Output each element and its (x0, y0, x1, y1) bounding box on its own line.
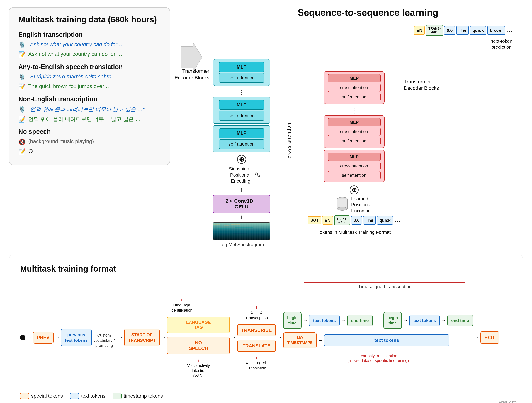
decoder-label: TransformerDecoder Blocks (404, 79, 447, 92)
learned-enc-label: LearnedPositionalEncoding (351, 196, 372, 214)
sa-bot: self attention (219, 139, 265, 149)
left-panel: Multitask training data (680k hours) Eng… (9, 7, 170, 165)
dec-sa-bot: self attention (328, 171, 381, 179)
svg-rect-1 (213, 222, 270, 240)
cross-attn-arrows: → → → (286, 162, 292, 184)
pencil-icon: 📝 (18, 51, 26, 58)
conv-box: 2 × Conv1D + GELU (213, 195, 270, 213)
legend-special-box (20, 393, 29, 399)
legend-special-label: special tokens (31, 393, 63, 399)
vad-label: ↑Voice activitydetection(VAD) (167, 358, 230, 378)
branch-boxes: LANGUAGETAG NOSPEECH (167, 317, 230, 354)
dec-ca-bot: cross attention (328, 162, 381, 170)
arrow2: → (55, 334, 60, 340)
legend-timestamp: timestamp tokens (113, 393, 163, 399)
dec-mlp-mid: MLP (328, 118, 381, 126)
mlp-top: MLP (219, 62, 265, 72)
no-speech-box: NOSPEECH (167, 337, 230, 354)
item-text: The quick brown fox jumps over … (28, 83, 111, 89)
legend-timestamp-box (113, 393, 121, 399)
svg-rect-2 (213, 224, 221, 225)
dec-ca-top: cross attention (328, 83, 381, 92)
token-transcribe: TRANS-CRIBE (426, 25, 443, 36)
lang-tag-box: LANGUAGETAG (167, 317, 230, 334)
svg-marker-0 (181, 43, 202, 72)
pencil-icon: 📝 (18, 148, 26, 155)
x-to-x-label: X → XTranscription (245, 310, 268, 320)
legend-text-box (70, 393, 79, 399)
lang-id-label: Languageidentification (171, 303, 192, 313)
dec-sa-mid: self attention (328, 137, 381, 145)
list-item: 📝 Ask not what your country can do for … (18, 51, 161, 58)
dec-plus-circle: ⊕ (350, 185, 359, 195)
pencil-icon: 📝 (18, 83, 26, 90)
plus-circle: ⊕ (237, 155, 246, 164)
list-item: 📝 언덕 위에 올라 내려다보면 너무나 넓고 넓은 … (18, 116, 161, 123)
sa-mid: self attention (219, 111, 265, 120)
transcribe-box: TRANSCRIBE (237, 324, 276, 336)
encoder-col: TransformerEncoder Blocks MLP self atten… (213, 59, 270, 247)
svg-rect-3 (224, 225, 229, 226)
list-item: 🎙️ "Ask not what your country can do for… (18, 41, 161, 49)
learned-pos-enc: LearnedPositionalEncoding (337, 196, 372, 214)
microphone-icon: 🎙️ (18, 106, 26, 113)
item-text: ∅ (28, 148, 33, 154)
list-item: 📝 ∅ (18, 148, 161, 155)
eot-box: EOT (481, 331, 500, 344)
section-heading-no-speech: No speech (18, 128, 161, 135)
begin-time-box2: begintime (383, 312, 402, 329)
tok-ellipsis: … (395, 217, 400, 223)
text-only-label: Text-only transcription(allows dataset-s… (283, 353, 473, 363)
item-text: Ask not what your country can do for … (28, 51, 122, 57)
sequence-section: Sequence-to-sequence learning EN TRANS-C… (213, 7, 523, 247)
dec-sa-top: self attention (328, 93, 381, 101)
dec-mlp-top: MLP (328, 74, 381, 82)
legend-text-label: text tokens (81, 393, 105, 399)
legend-row: special tokens text tokens timestamp tok… (20, 393, 512, 399)
svg-rect-5 (242, 225, 249, 225)
up-arrow: ↑ (240, 186, 243, 193)
start-dot (20, 335, 25, 340)
encoder-dots: ⋮ (238, 88, 245, 96)
svg-rect-14 (249, 234, 265, 235)
list-item: 📝 The quick brown fox jumps over … (18, 83, 161, 90)
sinusoidal-label: SinusoidalPositionalEncoding (222, 166, 250, 184)
token-brown: brown (487, 26, 505, 35)
encoder-block-bot: MLP self attention (213, 125, 270, 152)
svg-rect-11 (213, 232, 270, 233)
up-arrow2: ↑ (240, 213, 243, 221)
token-ellipsis: … (507, 27, 512, 33)
item-text: "El rápido zorro marrón salta sobre …" (28, 74, 120, 80)
no-timestamp-row: NOTIMESTAMPS → text tokens (283, 332, 473, 348)
big-arrow (181, 43, 202, 72)
svg-rect-7 (263, 225, 269, 225)
watermark: Alger 2022 (498, 400, 517, 403)
dec-ca-mid: cross attention (328, 127, 381, 136)
decoder-col: TransformerDecoder Blocks MLP cross atte… (308, 71, 400, 235)
arrow6: → (277, 334, 282, 340)
tok-the: The (363, 216, 376, 225)
x-to-en-label: ↑X → EnglishTranslation (237, 355, 276, 371)
encoder-block-mid: MLP self attention (213, 97, 270, 124)
long-text-tokens-box: text tokens (324, 334, 449, 346)
item-text: 언덕 위에 올라 내려다보면 너무나 넓고 넓은 … (28, 116, 141, 123)
panel-title: Multitask training data (680k hours) (18, 15, 161, 25)
custom-vocab-label: Custom vocabulary /prompting (92, 333, 117, 348)
svg-point-17 (337, 207, 347, 210)
mlp-bot: MLP (219, 128, 265, 138)
svg-rect-6 (251, 224, 262, 224)
spectrogram-box (213, 222, 270, 240)
svg-rect-9 (235, 227, 253, 228)
section-heading-any-english: Any-to-English speech translation (18, 63, 161, 71)
item-text: (background music playing) (28, 138, 94, 144)
tok-transcribe: TRANS-CRIBE (334, 215, 350, 225)
tok-sot: SOT (308, 216, 321, 225)
token-the: The (456, 26, 469, 35)
prev-text-box: previoustext tokens (61, 329, 92, 346)
tok-en: EN (322, 216, 333, 225)
time-aligned-label: Time-aligned transcription (304, 283, 465, 290)
list-item: 🎙️ "언덕 위에 올라 내려다보면 너무나 넓고 넓은 …" (18, 106, 161, 113)
transcribe-branch: ↑ X → XTranscription TRANSCRIBE TRANSLAT… (237, 304, 276, 371)
mlp-mid: MLP (219, 100, 265, 110)
next-pred-label: next-tokenprediction (491, 38, 512, 50)
